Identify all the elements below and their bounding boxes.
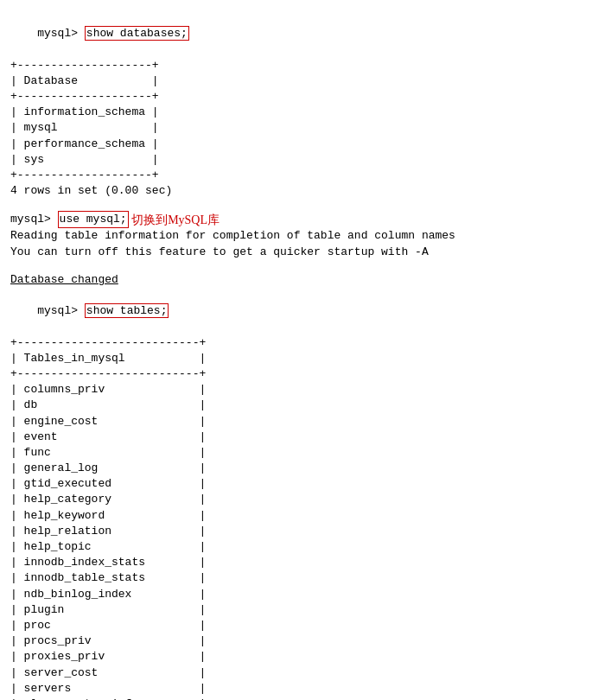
db-row-1: | information_schema |	[10, 105, 582, 120]
tbl-row-help-topic: | help_topic |	[10, 539, 582, 555]
tbl-row-ndb-binlog: | ndb_binlog_index |	[10, 587, 582, 602]
tbl-row-db: | db |	[10, 398, 582, 413]
separator-mid: +--------------------+	[10, 89, 582, 105]
empty-line-2	[10, 260, 582, 272]
db-row-3: | performance_schema |	[10, 137, 582, 152]
tbl-row-gtid-executed: | gtid_executed |	[10, 476, 582, 492]
tbl-row-procs-priv: | procs_priv |	[10, 633, 582, 649]
tbl-row-help-keyword: | help_keyword |	[10, 508, 582, 524]
tbl-row-server-cost: | server_cost |	[10, 665, 582, 681]
tbl-row-func: | func |	[10, 445, 582, 461]
tbl-row-proxies-priv: | proxies_priv |	[10, 649, 582, 665]
db-changed: Database changed	[10, 272, 582, 288]
separator-top: +--------------------+	[10, 58, 582, 73]
db-row-2: | mysql |	[10, 120, 582, 136]
tbl-sep-top: +---------------------------+	[10, 335, 582, 351]
info-line1: Reading table information for completion…	[10, 228, 582, 244]
tbl-row-event: | event |	[10, 430, 582, 445]
tbl-row-slave-master: | slave_master_info |	[10, 697, 582, 700]
terminal-window: mysql> show databases; +----------------…	[7, 7, 585, 700]
info-line2: You can turn off this feature to get a q…	[10, 245, 582, 260]
tbl-row-innodb-table: | innodb_table_stats |	[10, 570, 582, 586]
prompt3: mysql>	[37, 304, 85, 317]
prompt2: mysql>	[10, 212, 58, 227]
tbl-row-help-relation: | help_relation |	[10, 524, 582, 539]
db-row-4: | sys |	[10, 152, 582, 168]
tbl-header: | Tables_in_mysql |	[10, 351, 582, 366]
tbl-row-help-category: | help_category |	[10, 492, 582, 507]
tbl-row-servers: | servers |	[10, 681, 582, 697]
tbl-row-proc: | proc |	[10, 618, 582, 633]
col-header: | Database |	[10, 73, 582, 89]
line-prompt1: mysql> show databases;	[10, 10, 582, 58]
row-count: 4 rows in set (0.00 sec)	[10, 183, 582, 199]
tbl-row-innodb-index: | innodb_index_stats |	[10, 555, 582, 570]
empty-line-1	[10, 199, 582, 211]
line-show-tables: mysql> show tables;	[10, 288, 582, 335]
prompt1: mysql>	[37, 27, 85, 40]
tbl-row-general-log: | general_log |	[10, 461, 582, 476]
cmd1-box: show databases;	[85, 26, 189, 41]
tbl-row-engine-cost: | engine_cost |	[10, 414, 582, 430]
separator-bottom: +--------------------+	[10, 168, 582, 183]
line-use-mysql: mysql> use mysql; 切换到MySQL库	[10, 211, 582, 228]
tbl-row-plugin: | plugin |	[10, 602, 582, 618]
cmd2-box: use mysql;	[58, 211, 129, 228]
cmd3-box: show tables;	[85, 303, 169, 318]
tbl-row-columns-priv: | columns_priv |	[10, 382, 582, 398]
tbl-sep-mid: +---------------------------+	[10, 366, 582, 382]
chinese-label: 切换到MySQL库	[129, 212, 220, 229]
